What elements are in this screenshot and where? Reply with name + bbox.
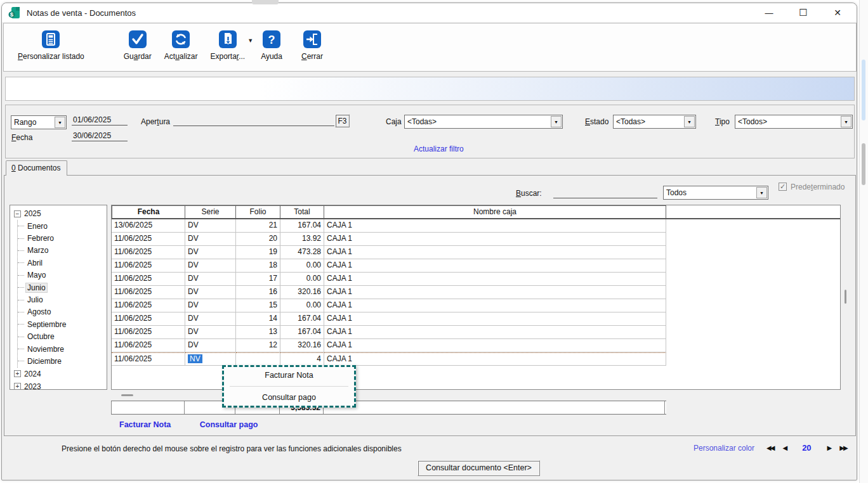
search-scope-select[interactable]: Todos ▼ [663, 186, 768, 200]
tree-month-julio[interactable]: Julio [18, 293, 107, 306]
actualizar-filtro-link[interactable]: Actualizar filtro [414, 145, 464, 153]
cerrar-label: Cerrar [301, 52, 323, 61]
caja-value: <Todas> [407, 117, 437, 126]
estado-select[interactable]: <Todas> ▼ [613, 115, 696, 129]
table-row-selected[interactable]: 11/06/2025 NV 4 CAJA 1 [112, 352, 840, 366]
horizontal-splitter-grip[interactable] [121, 394, 133, 396]
predeterminado-checkbox[interactable]: ✓ [779, 183, 787, 191]
tree-month-octubre[interactable]: Octubre [18, 331, 107, 343]
guardar-button[interactable]: Guardar [117, 29, 158, 62]
tree-month-enero[interactable]: Enero [18, 220, 107, 232]
tab-documentos[interactable]: 0 Documentos [6, 160, 67, 176]
search-input[interactable] [553, 188, 657, 198]
context-menu-item-facturar-nota[interactable]: Facturar Nota [224, 369, 354, 382]
facturar-nota-link[interactable]: Facturar Nota [119, 420, 171, 429]
range-type-value: Rango [14, 118, 36, 127]
tree-month-junio[interactable]: Junio [18, 281, 107, 293]
guardar-label: Guardar [124, 52, 152, 61]
consultar-pago-link[interactable]: Consultar pago [200, 420, 258, 429]
tree-month-mayo[interactable]: Mayo [18, 269, 107, 281]
page-scrollbar[interactable] [859, 0, 868, 483]
close-button[interactable]: ✕ [831, 8, 844, 18]
column-header-folio[interactable]: Folio [236, 205, 280, 218]
table-row[interactable]: 11/06/2025DV14167.04CAJA 1 [112, 312, 840, 326]
toolbar: Personalizar listado Guardar Actualizar [3, 23, 857, 72]
exportar-button[interactable]: Exportar... [204, 29, 252, 62]
consultar-documento-button[interactable]: Consultar documento <Enter> [418, 460, 540, 476]
table-row[interactable]: 11/06/2025DV12320.16CAJA 1 [112, 339, 840, 352]
documents-grid: Fecha Serie Folio Total Nombre caja 13/0… [111, 205, 841, 390]
table-row[interactable]: 11/06/2025DV180.00CAJA 1 [112, 259, 840, 273]
maximize-button[interactable]: ☐ [797, 7, 810, 18]
footer-links: Facturar Nota Consultar pago [119, 420, 284, 429]
ayuda-label: Ayuda [261, 52, 282, 61]
fecha-label: Fecha [11, 133, 32, 142]
column-header-fecha[interactable]: Fecha [112, 205, 185, 218]
chevron-down-icon[interactable]: ▼ [551, 116, 562, 127]
app-icon: $ [8, 6, 21, 19]
actualizar-label: Actualizar [164, 52, 198, 61]
date-to-field[interactable]: 30/06/2025 [72, 131, 128, 141]
ayuda-button[interactable]: ? Ayuda [254, 29, 289, 62]
date-from-field[interactable]: 01/06/2025 [72, 115, 128, 126]
tree-year-2023[interactable]: + 2023 [10, 380, 107, 390]
tree-month-agosto[interactable]: Agosto [18, 306, 107, 318]
personalizar-color-link[interactable]: Personalizar color [694, 444, 754, 453]
table-row[interactable]: 11/06/2025DV150.00CAJA 1 [112, 299, 840, 312]
chevron-down-icon[interactable]: ▼ [841, 116, 852, 127]
collapse-icon[interactable]: − [14, 210, 21, 217]
chevron-down-icon[interactable]: ▼ [756, 187, 767, 198]
range-type-select[interactable]: Rango ▼ [11, 115, 67, 129]
tipo-select[interactable]: <Todos> ▼ [735, 115, 853, 129]
tipo-label: Tipo [715, 117, 730, 126]
table-row[interactable]: 11/06/2025DV13167.04CAJA 1 [112, 326, 840, 339]
tree-month-marzo[interactable]: Marzo [18, 245, 107, 257]
table-row[interactable]: 11/06/2025DV170.00CAJA 1 [112, 273, 840, 286]
exportar-dropdown-caret[interactable]: ▼ [247, 37, 253, 44]
tree-month-abril[interactable]: Abril [18, 257, 107, 269]
previous-page-icon[interactable]: ◀ [782, 444, 786, 451]
checkmark-icon [128, 30, 147, 49]
tree-month-febrero[interactable]: Febrero [18, 232, 107, 244]
exit-door-icon [303, 30, 322, 49]
f3-button[interactable]: F3 [335, 114, 350, 127]
column-header-total[interactable]: Total [280, 205, 324, 218]
personalizar-listado-button[interactable]: Personalizar listado [11, 29, 91, 62]
tree-month-diciembre[interactable]: Diciembre [18, 355, 107, 367]
tree-month-septiembre[interactable]: Septiembre [18, 318, 107, 330]
table-row[interactable]: 11/06/2025DV19473.28CAJA 1 [112, 246, 840, 259]
scrollbar-thumb[interactable] [862, 143, 865, 185]
personalizar-listado-label: Personalizar listado [18, 52, 84, 61]
info-strip [5, 77, 855, 101]
totals-row: 3,583.52 [111, 401, 666, 415]
exportar-label: Exportar... [211, 52, 246, 61]
column-header-serie[interactable]: Serie [185, 205, 236, 218]
apertura-field[interactable] [173, 115, 334, 126]
context-menu-item-consultar-pago[interactable]: Consultar pago [224, 391, 354, 404]
next-page-icon[interactable]: ▶ [827, 444, 831, 451]
minimize-button[interactable]: — [763, 8, 775, 18]
caja-select[interactable]: <Todas> ▼ [404, 115, 563, 129]
tree-month-noviembre[interactable]: Noviembre [18, 343, 107, 355]
cerrar-button[interactable]: Cerrar [295, 29, 329, 62]
caja-label: Caja [386, 117, 402, 126]
expand-icon[interactable]: + [14, 383, 21, 390]
title-bar: $ Notas de venta - Documentos — ☐ ✕ [2, 3, 857, 22]
period-tree: − 2025 Enero Febrero Marzo Abril Mayo Ju… [10, 205, 107, 390]
last-page-icon[interactable]: ▶▶ [839, 444, 846, 451]
table-row[interactable]: 11/06/2025DV16320.16CAJA 1 [112, 286, 840, 299]
first-page-icon[interactable]: ◀◀ [766, 444, 773, 451]
expand-icon[interactable]: + [14, 370, 21, 377]
tree-year-2025[interactable]: − 2025 [10, 207, 107, 220]
actualizar-button[interactable]: Actualizar [158, 29, 204, 62]
table-row[interactable]: 11/06/2025DV2013.92CAJA 1 [112, 233, 840, 246]
chevron-down-icon[interactable]: ▼ [684, 116, 695, 127]
vertical-splitter-grip[interactable] [845, 290, 846, 304]
tree-months-2025: Enero Febrero Marzo Abril Mayo Junio Jul… [17, 220, 107, 368]
chevron-down-icon[interactable]: ▼ [55, 117, 65, 128]
column-header-nombre-caja[interactable]: Nombre caja [324, 205, 666, 218]
svg-text:$: $ [10, 11, 14, 18]
table-row[interactable]: 13/06/2025DV21167.04CAJA 1 [112, 219, 840, 233]
tree-year-2024[interactable]: + 2024 [10, 368, 107, 380]
menu-separator [230, 386, 348, 387]
